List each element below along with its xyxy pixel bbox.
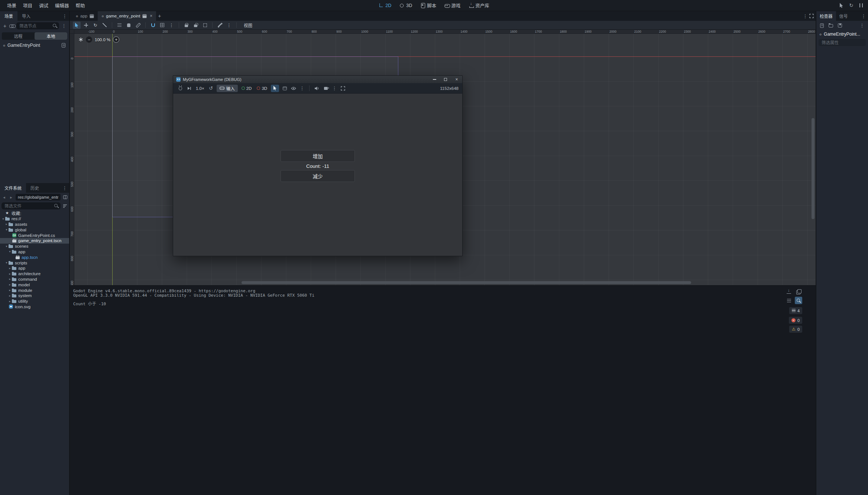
local-tab[interactable]: 本地 xyxy=(35,32,67,40)
viewport-hscrollbar[interactable] xyxy=(74,281,810,284)
workspace-tab[interactable]: 资产库 xyxy=(467,2,491,9)
pause-icon[interactable] xyxy=(858,2,864,9)
save-resource-icon[interactable] xyxy=(837,23,842,28)
restart-icon[interactable]: ↻ xyxy=(848,2,855,9)
split-view-icon[interactable] xyxy=(62,195,68,200)
filter-files-input[interactable] xyxy=(1,202,61,209)
decrease-button[interactable]: 减少 xyxy=(281,170,355,182)
search-output-icon[interactable] xyxy=(795,297,802,304)
smart-snap-icon[interactable] xyxy=(149,22,157,29)
filesystem-menu-icon[interactable]: ⋮ xyxy=(62,185,68,191)
visibility-icon[interactable] xyxy=(290,85,297,92)
file-tree-item[interactable]: game_entry_point.tscn xyxy=(0,238,69,244)
scene-dock-menu-icon[interactable]: ⋮ xyxy=(62,13,68,19)
reset-speed-icon[interactable]: ↺ xyxy=(208,85,214,92)
scene-tree-menu-icon[interactable]: ⋮ xyxy=(61,23,67,29)
tab-history[interactable]: 历史 xyxy=(26,183,43,193)
close-tab-icon[interactable]: × xyxy=(150,13,152,19)
file-tree-item[interactable]: ▸architecture xyxy=(0,271,69,277)
file-tree-item[interactable]: ▸model xyxy=(0,282,69,287)
scene-tab-app[interactable]: ○ app xyxy=(72,11,98,21)
script-icon[interactable] xyxy=(61,43,66,48)
mode-2d-button[interactable]: 2D xyxy=(240,86,253,91)
remote-tab[interactable]: 远程 xyxy=(2,32,35,40)
pointer-icon[interactable] xyxy=(838,2,845,9)
tree-expand-icon[interactable]: ▾ xyxy=(1,217,5,221)
file-tree-item[interactable]: GameEntryPoint.cs xyxy=(0,232,69,238)
tree-expand-icon[interactable]: ▸ xyxy=(8,294,12,297)
fullscreen-icon[interactable] xyxy=(340,85,346,92)
menu-item[interactable]: 编辑器 xyxy=(52,0,72,11)
lock-icon[interactable] xyxy=(182,22,190,29)
new-resource-icon[interactable] xyxy=(819,23,825,28)
workspace-tab[interactable]: 脚本 xyxy=(419,2,438,9)
file-tree-item[interactable]: ▸command xyxy=(0,277,69,282)
skeleton-options-icon[interactable]: ⋮ xyxy=(225,22,233,29)
zoom-in-button[interactable]: + xyxy=(113,36,119,43)
path-input[interactable] xyxy=(16,194,61,201)
grid-snap-icon[interactable] xyxy=(158,22,166,29)
tree-expand-icon[interactable]: ▸ xyxy=(8,283,12,286)
add-node-icon[interactable]: + xyxy=(2,23,7,29)
file-tree-item[interactable]: ▸app xyxy=(0,266,69,271)
scene-tabs-menu-icon[interactable]: ⋮ xyxy=(802,13,808,19)
nav-forward-icon[interactable]: ▸ xyxy=(9,195,14,200)
file-tree-item[interactable]: ▸module xyxy=(0,287,69,293)
audio-icon[interactable] xyxy=(314,85,320,92)
resource-more-icon[interactable]: ⋮ xyxy=(859,23,865,28)
filter-properties-input[interactable] xyxy=(819,39,866,46)
menu-item[interactable]: 项目 xyxy=(20,0,36,11)
speed-label[interactable]: 1.0× xyxy=(195,86,205,91)
tree-expand-icon[interactable]: ▸ xyxy=(8,272,12,276)
file-tree-item[interactable]: ▾res:// xyxy=(0,216,69,222)
move-tool-icon[interactable] xyxy=(82,22,90,29)
skeleton-icon[interactable] xyxy=(216,22,224,29)
menu-item[interactable]: 场景 xyxy=(4,0,20,11)
close-icon[interactable]: × xyxy=(451,76,462,83)
game-window-titlebar[interactable]: MyGFrameworkGame (DEBUG) × xyxy=(173,76,462,83)
input-toggle-button[interactable]: 输入 xyxy=(217,85,238,92)
hscrollbar-thumb[interactable] xyxy=(242,281,691,284)
tab-filesystem[interactable]: 文件系统 xyxy=(0,183,26,193)
select-tool-icon[interactable] xyxy=(73,22,81,29)
menu-item[interactable]: 调试 xyxy=(36,0,52,11)
menu-item[interactable]: 帮助 xyxy=(72,0,88,11)
debugger-icon[interactable] xyxy=(177,85,184,92)
distraction-free-icon[interactable] xyxy=(809,13,814,19)
message-count-badge[interactable]: 4 xyxy=(789,307,802,314)
file-tree-item[interactable]: ▾scripts xyxy=(0,260,69,266)
viewport-vscrollbar[interactable] xyxy=(812,34,815,280)
pan-tool-icon[interactable] xyxy=(125,22,133,29)
save-output-icon[interactable] xyxy=(785,288,793,295)
minimize-icon[interactable] xyxy=(429,76,440,83)
tree-expand-icon[interactable]: ▸ xyxy=(8,300,12,303)
viewport-2d[interactable]: − 100.0 % + MyGFrameworkGame (DEBUG) × xyxy=(74,34,816,285)
group-icon[interactable] xyxy=(201,22,209,29)
ruler-tool-icon[interactable] xyxy=(134,22,142,29)
tree-expand-icon[interactable]: ▾ xyxy=(5,261,8,264)
scene-tree-root-node[interactable]: ○ GameEntryPoint xyxy=(0,41,69,49)
list-select-icon[interactable] xyxy=(116,22,123,29)
game-more-icon[interactable]: ⋮ xyxy=(299,85,305,91)
tab-signals[interactable]: 信号 xyxy=(836,11,851,21)
camera-more-icon[interactable]: ⋮ xyxy=(331,85,337,91)
tree-expand-icon[interactable]: ▸ xyxy=(8,289,12,292)
file-tree-item[interactable]: ▸system xyxy=(0,293,69,299)
unlock-icon[interactable] xyxy=(192,22,200,29)
file-tree-item[interactable]: ▾app xyxy=(0,249,69,255)
scale-tool-icon[interactable] xyxy=(101,22,108,29)
error-count-badge[interactable]: × 0 xyxy=(789,317,802,324)
tree-expand-icon[interactable]: ▸ xyxy=(8,267,12,270)
load-resource-icon[interactable] xyxy=(828,23,833,28)
panels-icon[interactable] xyxy=(281,85,288,92)
file-tree-item[interactable]: ▸assets xyxy=(0,222,69,227)
increase-button[interactable]: 增加 xyxy=(281,150,355,162)
warning-count-badge[interactable]: ⚠ 0 xyxy=(789,326,802,333)
nav-back-icon[interactable]: ◂ xyxy=(1,195,7,200)
tab-import[interactable]: 导入 xyxy=(17,11,35,21)
file-tree-item[interactable]: icon.svg xyxy=(0,304,69,310)
new-scene-tab-icon[interactable]: + xyxy=(156,13,163,19)
snap-options-icon[interactable]: ⋮ xyxy=(168,22,175,29)
select-mode-button[interactable] xyxy=(271,85,279,92)
tab-scene[interactable]: 场景 xyxy=(0,11,17,21)
